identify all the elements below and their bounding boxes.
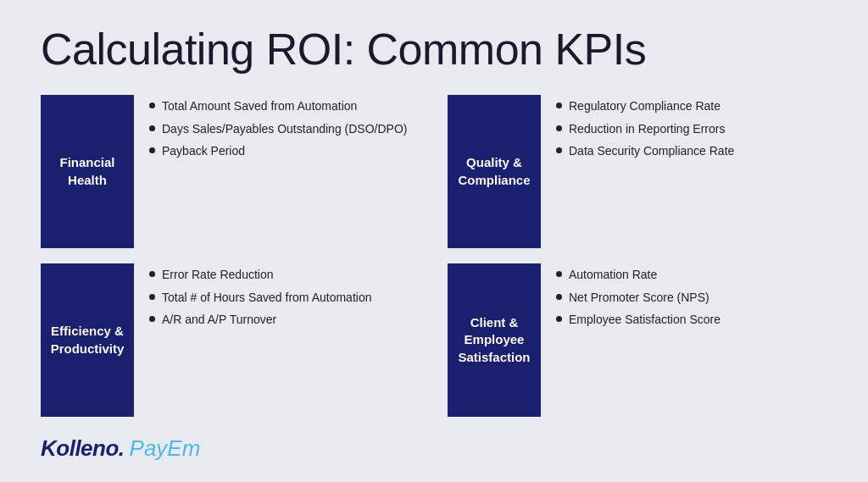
kpi-item-text: A/R and A/P Turnover bbox=[162, 312, 276, 329]
bullet-icon bbox=[556, 316, 562, 322]
kpi-label-quality-compliance: Quality & Compliance bbox=[448, 95, 541, 248]
list-item: Data Security Compliance Rate bbox=[556, 143, 734, 160]
kpi-item-text: Total Amount Saved from Automation bbox=[162, 98, 357, 115]
kpi-card-quality-compliance: Quality & ComplianceRegulatory Complianc… bbox=[448, 95, 827, 248]
kpi-items-client-employee-satisfaction: Automation RateNet Promoter Score (NPS)E… bbox=[556, 263, 721, 329]
list-item: A/R and A/P Turnover bbox=[149, 312, 371, 329]
kpi-card-efficiency-productivity: Efficiency & ProductivityError Rate Redu… bbox=[41, 263, 420, 417]
kpi-label-efficiency-productivity: Efficiency & Productivity bbox=[41, 263, 134, 417]
kpi-card-client-employee-satisfaction: Client & Employee SatisfactionAutomation… bbox=[448, 263, 827, 417]
list-item: Employee Satisfaction Score bbox=[556, 312, 721, 329]
kpi-label-financial-health: Financial Health bbox=[41, 95, 134, 248]
kpi-item-text: Employee Satisfaction Score bbox=[569, 312, 721, 329]
list-item: Net Promoter Score (NPS) bbox=[556, 290, 721, 307]
bullet-icon bbox=[556, 147, 562, 153]
kpi-item-text: Total # of Hours Saved from Automation bbox=[162, 290, 371, 307]
list-item: Payback Period bbox=[149, 143, 407, 160]
kpi-items-financial-health: Total Amount Saved from AutomationDays S… bbox=[149, 95, 407, 160]
list-item: Reduction in Reporting Errors bbox=[556, 121, 734, 138]
kpi-item-text: Reduction in Reporting Errors bbox=[569, 121, 725, 138]
footer: Kolleno. PayEm bbox=[41, 435, 827, 462]
kpi-grid: Financial HealthTotal Amount Saved from … bbox=[41, 95, 827, 417]
kpi-label-client-employee-satisfaction: Client & Employee Satisfaction bbox=[448, 263, 541, 417]
list-item: Error Rate Reduction bbox=[149, 267, 371, 284]
bullet-icon bbox=[149, 102, 155, 108]
kpi-item-text: Error Rate Reduction bbox=[162, 267, 274, 284]
kpi-item-text: Payback Period bbox=[162, 143, 245, 160]
kpi-item-text: Net Promoter Score (NPS) bbox=[569, 290, 709, 307]
kpi-items-efficiency-productivity: Error Rate ReductionTotal # of Hours Sav… bbox=[149, 263, 371, 329]
bullet-icon bbox=[149, 294, 155, 300]
bullet-icon bbox=[149, 271, 155, 277]
kpi-items-quality-compliance: Regulatory Compliance RateReduction in R… bbox=[556, 95, 734, 160]
kpi-item-text: Days Sales/Payables Outstanding (DSO/DPO… bbox=[162, 121, 407, 138]
kpi-item-text: Regulatory Compliance Rate bbox=[569, 98, 721, 115]
bullet-icon bbox=[149, 316, 155, 322]
list-item: Days Sales/Payables Outstanding (DSO/DPO… bbox=[149, 121, 407, 138]
list-item: Automation Rate bbox=[556, 267, 721, 284]
bullet-icon bbox=[149, 125, 155, 131]
kpi-item-text: Data Security Compliance Rate bbox=[569, 143, 734, 160]
kpi-item-text: Automation Rate bbox=[569, 267, 657, 284]
list-item: Total Amount Saved from Automation bbox=[149, 98, 407, 115]
logo-payem: PayEm bbox=[130, 435, 201, 462]
bullet-icon bbox=[149, 147, 155, 153]
bullet-icon bbox=[556, 102, 562, 108]
kpi-card-financial-health: Financial HealthTotal Amount Saved from … bbox=[41, 95, 420, 248]
list-item: Total # of Hours Saved from Automation bbox=[149, 290, 371, 307]
bullet-icon bbox=[556, 271, 562, 277]
list-item: Regulatory Compliance Rate bbox=[556, 98, 734, 115]
bullet-icon bbox=[556, 294, 562, 300]
bullet-icon bbox=[556, 125, 562, 131]
logo-kolleno: Kolleno. bbox=[41, 435, 125, 462]
page-title: Calculating ROI: Common KPIs bbox=[41, 24, 827, 75]
